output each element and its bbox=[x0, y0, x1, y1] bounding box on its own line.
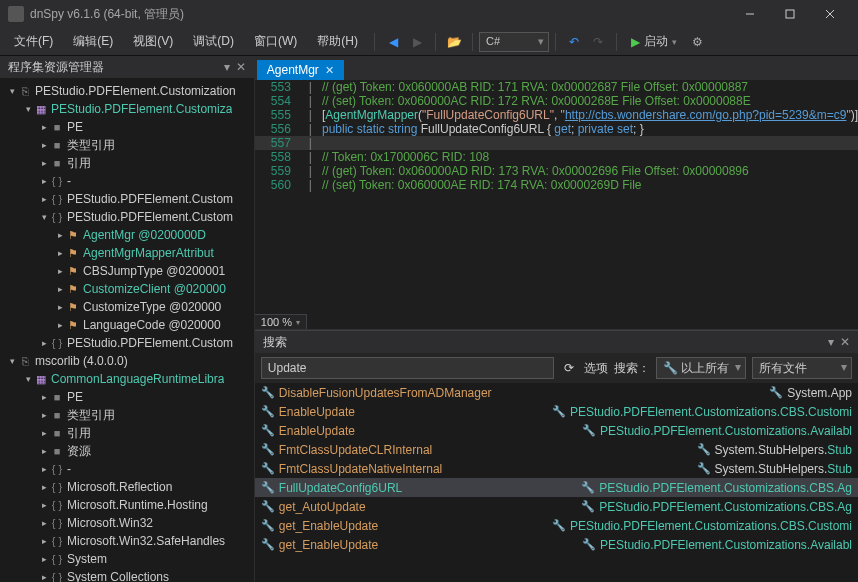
expander-icon[interactable]: ▸ bbox=[54, 302, 66, 312]
expander-icon[interactable]: ▾ bbox=[38, 212, 50, 222]
tree-item[interactable]: ▸■PE bbox=[0, 388, 254, 406]
expander-icon[interactable]: ▸ bbox=[38, 140, 50, 150]
tree-item[interactable]: ▸{ }- bbox=[0, 460, 254, 478]
tree-item[interactable]: ▸■引用 bbox=[0, 154, 254, 172]
tab-agentmgr[interactable]: AgentMgr ✕ bbox=[257, 60, 344, 80]
expander-icon[interactable]: ▸ bbox=[54, 284, 66, 294]
tree-item[interactable]: ▸{ }System bbox=[0, 550, 254, 568]
nav-back-button[interactable]: ◀ bbox=[381, 30, 405, 54]
tree-item[interactable]: ▸■引用 bbox=[0, 424, 254, 442]
tree-item[interactable]: ▸⚑AgentMgrMapperAttribut bbox=[0, 244, 254, 262]
search-filescope-dropdown[interactable]: 所有文件 bbox=[752, 357, 852, 379]
expander-icon[interactable]: ▸ bbox=[38, 122, 50, 132]
tree-item[interactable]: ▸{ }PEStudio.PDFElement.Custom bbox=[0, 190, 254, 208]
menu-file[interactable]: 文件(F) bbox=[4, 29, 63, 54]
panel-dropdown-icon[interactable]: ▾ bbox=[828, 335, 834, 349]
code-content[interactable]: | // (set) Token: 0x060000AC RID: 172 RV… bbox=[309, 94, 751, 108]
search-result-row[interactable]: 🔧FmtClassUpdateNativeInternal🔧System.Stu… bbox=[255, 459, 858, 478]
code-content[interactable]: | public static string FullUpdateConfig6… bbox=[309, 122, 644, 136]
expander-icon[interactable]: ▸ bbox=[38, 572, 50, 582]
menu-window[interactable]: 窗口(W) bbox=[244, 29, 307, 54]
tree-item[interactable]: ▸⚑CustomizeClient @020000 bbox=[0, 280, 254, 298]
expander-icon[interactable]: ▾ bbox=[22, 374, 34, 384]
search-result-row[interactable]: 🔧EnableUpdate🔧PEStudio.PDFElement.Custom… bbox=[255, 402, 858, 421]
expander-icon[interactable]: ▸ bbox=[38, 518, 50, 528]
search-result-row[interactable]: 🔧FullUpdateConfig6URL🔧PEStudio.PDFElemen… bbox=[255, 478, 858, 497]
tree-item[interactable]: ▾▦CommonLanguageRuntimeLibra bbox=[0, 370, 254, 388]
panel-dropdown-icon[interactable]: ▾ bbox=[224, 60, 230, 74]
expander-icon[interactable]: ▸ bbox=[38, 554, 50, 564]
search-results[interactable]: 🔧DisableFusionUpdatesFromADManager🔧Syste… bbox=[255, 383, 858, 582]
menu-view[interactable]: 视图(V) bbox=[123, 29, 183, 54]
search-result-row[interactable]: 🔧EnableUpdate🔧PEStudio.PDFElement.Custom… bbox=[255, 421, 858, 440]
run-button[interactable]: ▶ 启动 ▾ bbox=[623, 33, 685, 50]
expander-icon[interactable]: ▸ bbox=[54, 248, 66, 258]
code-content[interactable]: | // (set) Token: 0x060000AE RID: 174 RV… bbox=[309, 178, 642, 192]
search-input[interactable] bbox=[261, 357, 554, 379]
panel-close-icon[interactable]: ✕ bbox=[840, 335, 850, 349]
tree-item[interactable]: ▾⎘PEStudio.PDFElement.Customization bbox=[0, 82, 254, 100]
search-result-row[interactable]: 🔧FmtClassUpdateCLRInternal🔧System.StubHe… bbox=[255, 440, 858, 459]
expander-icon[interactable]: ▾ bbox=[6, 86, 18, 96]
search-scope-dropdown[interactable]: 🔧以上所有 bbox=[656, 357, 746, 379]
menu-help[interactable]: 帮助(H) bbox=[307, 29, 368, 54]
code-content[interactable]: | bbox=[309, 136, 322, 150]
tree-item[interactable]: ▸{ }Microsoft.Win32.SafeHandles bbox=[0, 532, 254, 550]
tree-item[interactable]: ▾⎘mscorlib (4.0.0.0) bbox=[0, 352, 254, 370]
tree-item[interactable]: ▸■PE bbox=[0, 118, 254, 136]
tree-item[interactable]: ▸⚑AgentMgr @0200000D bbox=[0, 226, 254, 244]
expander-icon[interactable]: ▸ bbox=[38, 176, 50, 186]
tree-item[interactable]: ▸⚑CBSJumpType @0200001 bbox=[0, 262, 254, 280]
tab-close-icon[interactable]: ✕ bbox=[325, 64, 334, 77]
expander-icon[interactable]: ▸ bbox=[38, 428, 50, 438]
tree-item[interactable]: ▸■资源 bbox=[0, 442, 254, 460]
expander-icon[interactable]: ▸ bbox=[38, 158, 50, 168]
open-button[interactable]: 📂 bbox=[442, 30, 466, 54]
tree-item[interactable]: ▸{ }PEStudio.PDFElement.Custom bbox=[0, 334, 254, 352]
tree-item[interactable]: ▸■类型引用 bbox=[0, 136, 254, 154]
language-dropdown[interactable]: C# bbox=[479, 32, 549, 52]
expander-icon[interactable]: ▾ bbox=[6, 356, 18, 366]
tree-item[interactable]: ▾{ }PEStudio.PDFElement.Custom bbox=[0, 208, 254, 226]
search-result-row[interactable]: 🔧get_EnableUpdate🔧PEStudio.PDFElement.Cu… bbox=[255, 535, 858, 554]
code-content[interactable]: | // (get) Token: 0x060000AB RID: 171 RV… bbox=[309, 80, 748, 94]
expander-icon[interactable]: ▸ bbox=[38, 482, 50, 492]
tree-item[interactable]: ▸{ }Microsoft.Runtime.Hosting bbox=[0, 496, 254, 514]
tree-item[interactable]: ▸{ }Microsoft.Reflection bbox=[0, 478, 254, 496]
expander-icon[interactable]: ▸ bbox=[38, 464, 50, 474]
refresh-icon[interactable]: ⟳ bbox=[560, 359, 578, 377]
tree-item[interactable]: ▸{ }System Collections bbox=[0, 568, 254, 582]
expander-icon[interactable]: ▸ bbox=[54, 230, 66, 240]
maximize-button[interactable] bbox=[770, 0, 810, 28]
close-button[interactable] bbox=[810, 0, 850, 28]
expander-icon[interactable]: ▸ bbox=[54, 266, 66, 276]
redo-button[interactable]: ↷ bbox=[586, 30, 610, 54]
tree-item[interactable]: ▸{ }- bbox=[0, 172, 254, 190]
expander-icon[interactable]: ▸ bbox=[38, 500, 50, 510]
undo-button[interactable]: ↶ bbox=[562, 30, 586, 54]
zoom-indicator[interactable]: 100 % ▾ bbox=[255, 314, 307, 329]
code-content[interactable]: | // Token: 0x1700006C RID: 108 bbox=[309, 150, 489, 164]
code-content[interactable]: | // (get) Token: 0x060000AD RID: 173 RV… bbox=[309, 164, 749, 178]
assembly-tree[interactable]: ▾⎘PEStudio.PDFElement.Customization▾▦PES… bbox=[0, 78, 254, 582]
expander-icon[interactable]: ▸ bbox=[38, 338, 50, 348]
menu-debug[interactable]: 调试(D) bbox=[183, 29, 244, 54]
run-settings-button[interactable]: ⚙ bbox=[685, 30, 709, 54]
code-content[interactable]: | [AgentMgrMapper("FullUpdateConfig6URL"… bbox=[309, 108, 858, 122]
search-result-row[interactable]: 🔧get_AutoUpdate🔧PEStudio.PDFElement.Cust… bbox=[255, 497, 858, 516]
tree-item[interactable]: ▾▦PEStudio.PDFElement.Customiza bbox=[0, 100, 254, 118]
nav-forward-button[interactable]: ▶ bbox=[405, 30, 429, 54]
panel-close-icon[interactable]: ✕ bbox=[236, 60, 246, 74]
expander-icon[interactable]: ▸ bbox=[54, 320, 66, 330]
tree-item[interactable]: ▸{ }Microsoft.Win32 bbox=[0, 514, 254, 532]
tree-item[interactable]: ▸⚑CustomizeType @020000 bbox=[0, 298, 254, 316]
search-result-row[interactable]: 🔧get_EnableUpdate🔧PEStudio.PDFElement.Cu… bbox=[255, 516, 858, 535]
tree-item[interactable]: ▸■类型引用 bbox=[0, 406, 254, 424]
expander-icon[interactable]: ▸ bbox=[38, 536, 50, 546]
code-editor[interactable]: 553| // (get) Token: 0x060000AB RID: 171… bbox=[255, 80, 858, 330]
minimize-button[interactable] bbox=[730, 0, 770, 28]
tree-item[interactable]: ▸⚑LanguageCode @020000 bbox=[0, 316, 254, 334]
expander-icon[interactable]: ▸ bbox=[38, 194, 50, 204]
expander-icon[interactable]: ▾ bbox=[22, 104, 34, 114]
expander-icon[interactable]: ▸ bbox=[38, 392, 50, 402]
